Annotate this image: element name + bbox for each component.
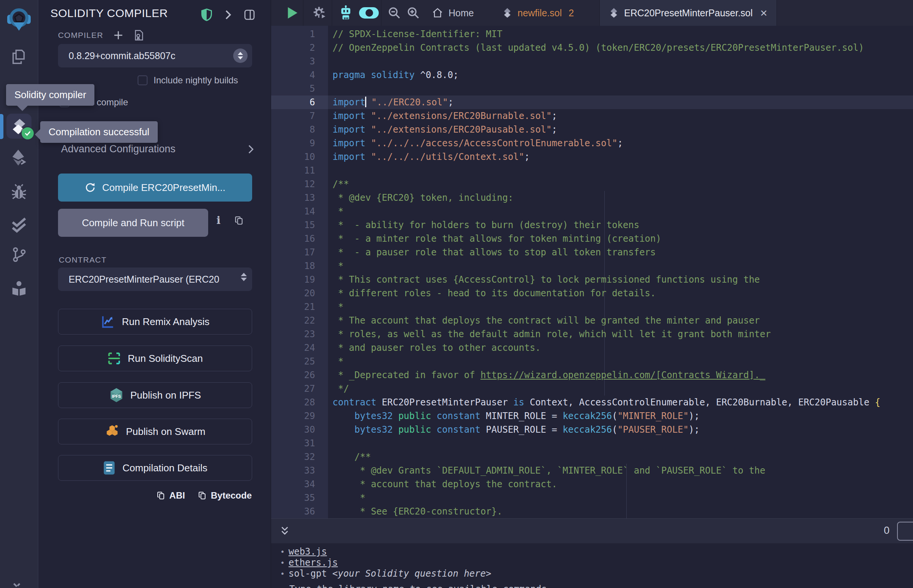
code-line[interactable]: 13 * @dev {ERC20} token, including: [271,191,913,205]
sidebar-item-learneth[interactable] [6,276,32,302]
compiler-version-select[interactable]: 0.8.29+commit.ab55807c [58,44,252,68]
code-line[interactable]: 8import "../extensions/ERC20Pausable.sol… [271,123,913,136]
abi-label: ABI [170,490,185,501]
code-line[interactable]: 30 bytes32 public constant PAUSER_ROLE =… [271,423,913,436]
code-line[interactable]: 11 [271,164,913,177]
zoom-out-icon[interactable] [385,0,404,26]
terminal-link[interactable]: web3.js [288,546,327,557]
terminal-list-item[interactable]: ethers.js [271,557,913,568]
tab-erc20presetminterpauser[interactable]: ERC20PresetMinterPauser.sol × [599,0,777,26]
code-line[interactable]: 24 * and pauser roles to other accounts. [271,341,913,355]
code-line[interactable]: 2// OpenZeppelin Contracts (last updated… [271,41,913,55]
code-line[interactable]: 16 * - a minter role that allows for tok… [271,232,913,246]
select-spinner-icon[interactable] [233,48,248,63]
line-number: 8 [271,123,315,136]
code-line[interactable]: 19 * This contract uses {AccessControl} … [271,273,913,286]
tab-home[interactable]: Home [428,0,478,26]
home-icon [432,7,443,19]
code-line[interactable]: 15 * - ability for holders to burn (dest… [271,218,913,232]
code-line[interactable]: 7import "../extensions/ERC20Burnable.sol… [271,109,913,123]
code-line[interactable]: 23 * roles, as well as the default admin… [271,327,913,341]
code-line[interactable]: 12/** [271,177,913,191]
run-solidityscan-button[interactable]: Run SolidityScan [58,346,252,371]
contract-select[interactable]: ERC20PresetMinterPauser (ERC20 [58,268,252,291]
terminal-search-input[interactable] [897,522,913,541]
code-line[interactable]: 26 * _Deprecated in favor of https://wiz… [271,368,913,382]
code-line[interactable]: 22 * The account that deploys the contra… [271,314,913,327]
advanced-configurations[interactable]: Advanced Configurations [61,143,254,155]
compile-button[interactable]: Compile ERC20PresetMin... [58,173,252,202]
line-number: 32 [271,450,315,464]
copy-icon[interactable] [234,216,244,225]
sidebar-item-file-explorer[interactable] [6,44,32,70]
code-text: * [332,205,343,218]
run-remix-analysis-button[interactable]: Run Remix Analysis [58,309,252,334]
sidebar-item-deploy-run[interactable] [6,145,32,171]
tab-newfile[interactable]: newfile.sol 2 [497,0,580,26]
terminal-bar[interactable]: 0 [271,518,913,544]
ai-copilot-toggle[interactable] [357,0,381,26]
remix-ide-window: SOLIDITY COMPILER COMPILER [0,0,913,588]
ai-copilot-robot-icon[interactable] [335,0,357,26]
code-editor[interactable]: 1// SPDX-License-Identifier: MIT2// Open… [271,26,913,518]
code-text: bytes32 public constant PAUSER_ROLE = ke… [332,423,699,436]
terminal-output[interactable]: web3.jsethers.jssol-gpt <your Solidity q… [271,543,913,588]
copy-bytecode-button[interactable]: Bytecode [198,490,252,501]
code-text: // SPDX-License-Identifier: MIT [332,27,502,41]
code-text: * different roles - head to its document… [332,286,656,300]
main-area: Home newfile.sol 2 ERC20PresetMinterPaus… [271,0,913,588]
publish-on-ipfs-button[interactable]: IPFS Publish on IPFS [58,382,252,408]
close-tab-icon[interactable]: × [760,7,767,19]
code-line[interactable]: 33 * @dev Grants `DEFAULT_ADMIN_ROLE`, `… [271,464,913,477]
code-line[interactable]: 5 [271,82,913,95]
include-nightly-checkbox[interactable] [138,75,147,85]
code-line[interactable]: 25 * [271,355,913,368]
zoom-in-icon[interactable] [404,0,423,26]
code-line[interactable]: 35 * [271,491,913,505]
code-line[interactable]: 9import "../../../access/AccessControlEn… [271,136,913,150]
compiler-version-value: 0.8.29+commit.ab55807c [69,50,175,61]
code-line[interactable]: 20 * different roles - head to its docum… [271,286,913,300]
code-line[interactable]: 29 bytes32 public constant MINTER_ROLE =… [271,409,913,423]
sidebar-item-unit-testing[interactable] [6,212,32,238]
publish-on-swarm-button[interactable]: Publish on Swarm [58,418,252,444]
chevron-right-icon[interactable] [224,9,232,21]
info-icon[interactable]: i [217,214,221,226]
code-line[interactable]: 17 * - a pauser role that allows to stop… [271,246,913,259]
run-script-button[interactable] [282,0,303,26]
compilation-details-button[interactable]: Compilation Details [58,455,252,481]
license-file-icon[interactable] [133,29,144,41]
code-line[interactable]: 4pragma solidity ^0.8.0; [271,68,913,82]
expand-terminal-icon[interactable] [274,519,295,544]
sidebar-item-plugin-manager[interactable] [6,574,32,588]
code-line[interactable]: 28contract ERC20PresetMinterPauser is Co… [271,396,913,409]
sidebar-item-debugger[interactable] [6,179,32,205]
remix-logo-icon[interactable] [6,7,32,32]
terminal-list-item[interactable]: web3.js [271,546,913,557]
sidebar-item-git[interactable] [6,242,32,268]
terminal-link[interactable]: ethers.js [288,557,338,568]
code-line[interactable]: 10import "../../../utils/Context.sol"; [271,150,913,164]
code-line[interactable]: 27 */ [271,382,913,396]
code-line[interactable]: 14 * [271,205,913,218]
copy-icon [198,491,207,500]
code-line[interactable]: 31 [271,436,913,450]
script-config-gear-icon[interactable] [308,0,332,26]
copy-abi-button[interactable]: ABI [157,490,185,501]
terminal-placeholder-text: <your Solidity question here> [332,568,491,579]
code-line[interactable]: 1// SPDX-License-Identifier: MIT [271,27,913,41]
line-number: 14 [271,205,315,218]
code-line[interactable]: 3 [271,55,913,68]
code-line[interactable]: 18 * [271,259,913,273]
code-line[interactable]: 21 * [271,300,913,314]
add-compiler-icon[interactable] [113,30,124,40]
pin-panel-icon[interactable] [243,9,256,21]
bytecode-label: Bytecode [211,490,252,501]
code-line[interactable]: 36 * See {ERC20-constructor}. [271,505,913,518]
compile-and-run-button[interactable]: Compile and Run script [58,209,208,237]
code-line[interactable]: 34 * account that deploys the contract. [271,477,913,491]
code-line[interactable]: 32 /** [271,450,913,464]
copy-icon [157,491,166,500]
code-line[interactable]: 6import "../ERC20.sol"; [271,95,913,109]
tooltip-compilation-successful: Compilation successful [40,121,158,143]
